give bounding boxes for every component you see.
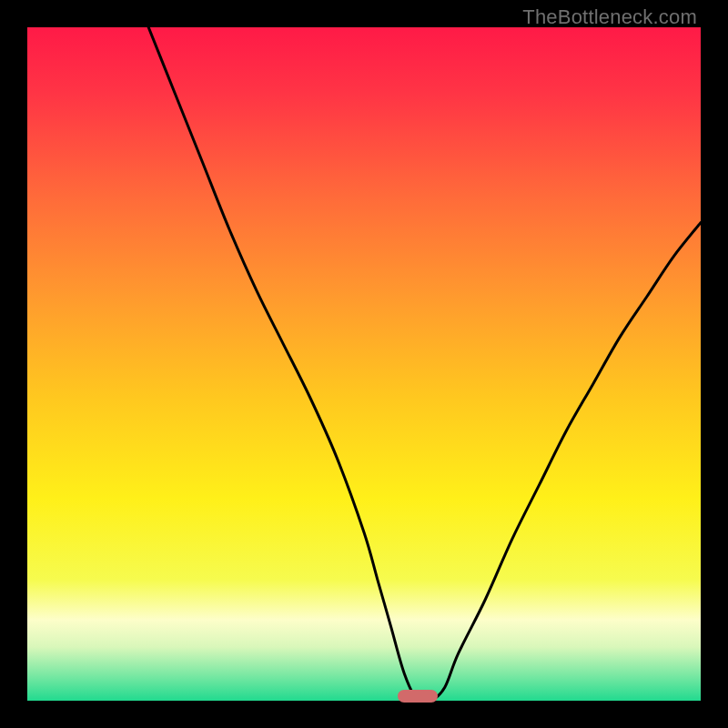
optimal-marker	[398, 690, 438, 703]
bottleneck-curve	[27, 27, 701, 701]
chart-frame	[27, 27, 701, 701]
watermark-text: TheBottleneck.com	[522, 5, 697, 29]
